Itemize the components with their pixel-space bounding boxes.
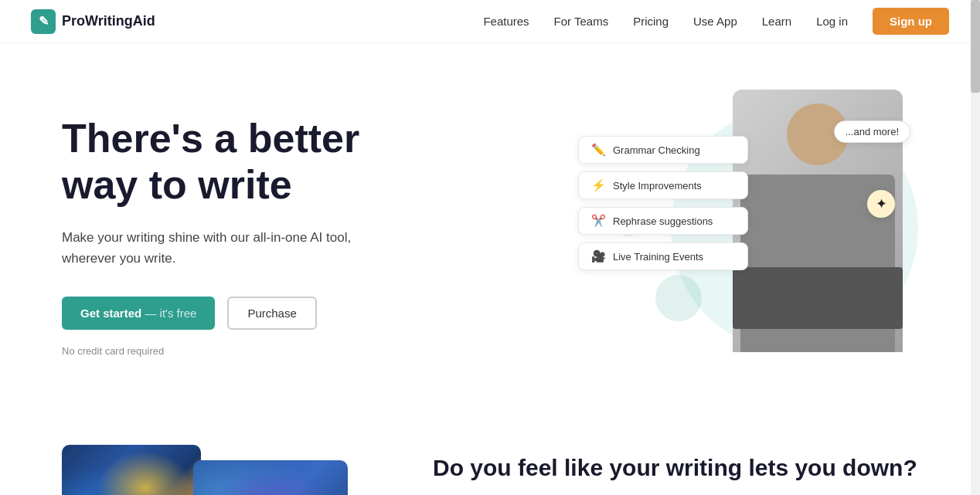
logo-link[interactable]: ✎ ProWritingAid: [31, 9, 155, 34]
nav-use-app[interactable]: Use App: [693, 15, 737, 28]
more-bubble: ...and more!: [834, 120, 910, 143]
overlay-image: [193, 460, 348, 495]
section2-left: My idea in my head: [62, 445, 386, 495]
nav-for-teams[interactable]: For Teams: [554, 15, 609, 28]
section2-right: Do you feel like your writing lets you d…: [433, 445, 918, 495]
star-badge: ✦: [867, 190, 895, 218]
accent-dot-1: [655, 275, 702, 321]
nav-links: Features For Teams Pricing Use App Learn…: [483, 8, 949, 35]
hero-subtitle: Make your writing shine with our all-in-…: [62, 227, 386, 269]
hero-buttons: Get started — it's free Purchase: [62, 297, 386, 330]
nav-pricing[interactable]: Pricing: [633, 15, 669, 28]
style-icon: ⚡: [590, 178, 607, 192]
login-link[interactable]: Log in: [816, 15, 848, 28]
badge-rephrase: ✂️ Rephrase suggestions: [578, 207, 748, 235]
logo-icon: ✎: [31, 9, 56, 34]
section2-images: My idea in my head: [62, 445, 386, 495]
hero-title: There's a better way to write: [62, 116, 386, 209]
painting-image: [62, 445, 201, 495]
hero-content: There's a better way to write Make your …: [62, 116, 386, 357]
hero-section: There's a better way to write Make your …: [0, 43, 980, 414]
navbar: ✎ ProWritingAid Features For Teams Prici…: [0, 0, 980, 43]
section2: My idea in my head Do you feel like your…: [0, 414, 980, 495]
training-icon: 🎥: [590, 249, 607, 263]
hero-note: No credit card required: [62, 345, 386, 357]
nav-features[interactable]: Features: [483, 15, 529, 28]
scrollbar-track[interactable]: [971, 0, 980, 495]
nav-learn[interactable]: Learn: [762, 15, 791, 28]
get-started-button[interactable]: Get started — it's free: [62, 297, 215, 330]
feature-badges: ✏️ Grammar Checking ⚡ Style Improvements…: [578, 136, 748, 278]
scrollbar-thumb[interactable]: [971, 0, 980, 93]
hero-illustration: ✏️ Grammar Checking ⚡ Style Improvements…: [578, 90, 918, 383]
section2-title: Do you feel like your writing lets you d…: [433, 453, 918, 483]
signup-button[interactable]: Sign up: [873, 8, 949, 35]
badge-grammar: ✏️ Grammar Checking: [578, 136, 748, 164]
badge-style: ⚡ Style Improvements: [578, 171, 748, 199]
badge-training: 🎥 Live Training Events: [578, 242, 748, 270]
purchase-button[interactable]: Purchase: [227, 297, 316, 330]
person-laptop: [733, 267, 903, 329]
logo-text: ProWritingAid: [62, 13, 155, 29]
rephrase-icon: ✂️: [590, 214, 607, 228]
grammar-icon: ✏️: [590, 143, 607, 157]
